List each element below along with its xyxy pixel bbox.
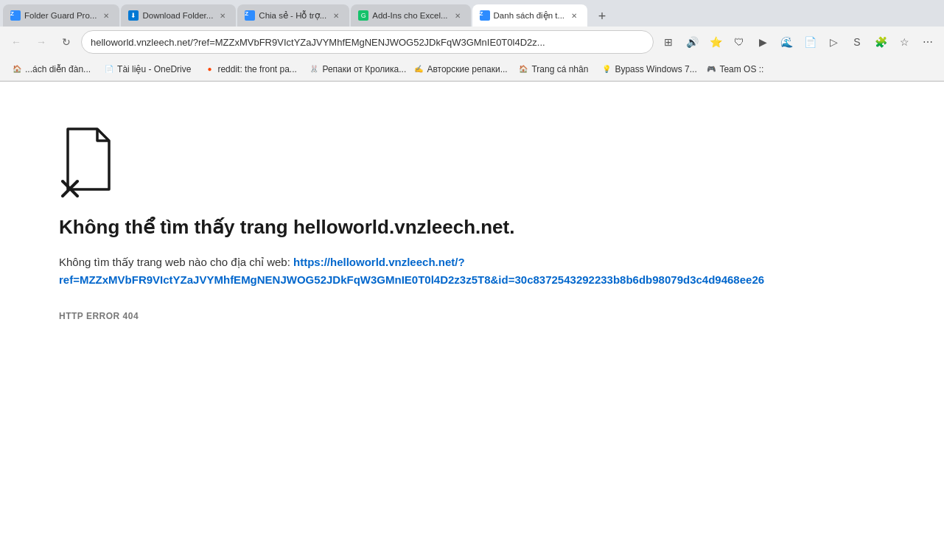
favorites-icon[interactable]: ⭐ <box>705 32 726 52</box>
tab-favicon-2: ⬇ <box>128 10 139 21</box>
shield-icon[interactable]: 🛡 <box>729 32 749 52</box>
tab-danh-sach[interactable]: Z Danh sách điện t... ✕ <box>472 4 588 27</box>
video-icon[interactable]: ▶ <box>752 32 773 52</box>
bookmark-favicon-3: ● <box>204 64 214 74</box>
bookmark-label-8: Team OS :: <box>719 64 763 74</box>
edge-icon[interactable]: 🌊 <box>776 32 797 52</box>
back-button[interactable]: ← <box>6 32 27 52</box>
tab-close-5[interactable]: ✕ <box>568 10 580 21</box>
refresh-button[interactable]: ↻ <box>56 32 77 52</box>
tab-download-folder[interactable]: ⬇ Download Folder... ✕ <box>121 4 236 27</box>
bookmark-label-2: Tài liệu - OneDrive <box>117 64 191 74</box>
pdf-icon[interactable]: 📄 <box>800 32 820 52</box>
bookmark-favicon-1: 🏠 <box>12 64 22 74</box>
error-title: Không thể tìm thấy trang helloworld.vnzl… <box>59 216 885 239</box>
bookmark-bypass-windows[interactable]: 💡 Bypass Windows 7... <box>595 62 699 77</box>
tab-add-ins[interactable]: G Add-Ins cho Excel... ✕ <box>351 4 470 27</box>
address-bar[interactable]: helloworld.vnzleech.net/?ref=MZZxMVbFR9V… <box>81 30 654 54</box>
play-icon[interactable]: ▷ <box>823 32 844 52</box>
tab-close-1[interactable]: ✕ <box>100 10 112 21</box>
bookmark-reddit[interactable]: ● reddit: the front pa... <box>198 62 301 77</box>
address-bar-row: ← → ↻ helloworld.vnzleech.net/?ref=MZZxM… <box>0 27 944 57</box>
tab-favicon-1: Z <box>10 10 21 21</box>
bookmark-onedrive[interactable]: 📄 Tài liệu - OneDrive <box>98 62 197 77</box>
bookmark-label-7: Bypass Windows 7... <box>615 64 696 74</box>
favorites-star-icon[interactable]: ☆ <box>894 32 915 52</box>
tab-chia-se[interactable]: Z Chia sẻ - Hỗ trợ... ✕ <box>237 4 349 27</box>
tab-close-2[interactable]: ✕ <box>217 10 228 21</box>
bookmarks-bar: 🏠 ...ách diễn đàn... 📄 Tài liệu - OneDri… <box>0 57 944 81</box>
bookmark-repack-krolik[interactable]: 🐰 Репаки от Кролика... <box>303 62 406 77</box>
forward-button[interactable]: → <box>31 32 52 52</box>
bookmark-trang-ca-nhan[interactable]: 🏠 Trang cá nhân <box>512 62 594 77</box>
skype-icon[interactable]: S <box>847 32 867 52</box>
tab-title-2: Download Folder... <box>142 11 213 20</box>
tab-favicon-3: Z <box>245 10 255 21</box>
bookmark-favicon-2: 📄 <box>104 64 114 74</box>
extensions-icon[interactable]: 🧩 <box>870 32 891 52</box>
tab-bar: Z Folder Guard Pro... ✕ ⬇ Download Folde… <box>0 0 944 27</box>
browser-chrome: Z Folder Guard Pro... ✕ ⬇ Download Folde… <box>0 0 944 82</box>
bookmark-favicon-4: 🐰 <box>309 64 319 74</box>
tab-close-4[interactable]: ✕ <box>452 10 464 21</box>
bookmark-team-os[interactable]: 🎮 Team OS :: <box>700 62 769 77</box>
tab-title-3: Chia sẻ - Hỗ trợ... <box>259 10 326 21</box>
tab-title-4: Add-Ins cho Excel... <box>372 11 447 20</box>
tab-favicon-5: Z <box>480 10 490 21</box>
page-content: Không thể tìm thấy trang helloworld.vnzl… <box>0 82 944 524</box>
bookmark-label-3: reddit: the front pa... <box>217 64 296 74</box>
address-bar-text: helloworld.vnzleech.net/?ref=MZZxMVbFR9V… <box>91 37 545 48</box>
toolbar-icons: ⊞ 🔊 ⭐ 🛡 ▶ 🌊 📄 ▷ S 🧩 ☆ ⋯ <box>658 32 938 52</box>
tab-title-1: Folder Guard Pro... <box>24 11 97 20</box>
bookmark-label-6: Trang cá nhân <box>531 64 588 74</box>
menu-button[interactable]: ⋯ <box>917 32 938 52</box>
error-body-text: Không tìm thấy trang web nào cho địa chỉ… <box>59 256 290 268</box>
bookmark-favicon-5: ✍ <box>413 64 424 74</box>
new-tab-button[interactable]: + <box>592 6 612 27</box>
tab-close-3[interactable]: ✕ <box>330 10 342 21</box>
error-icon <box>59 126 118 192</box>
tab-folder-guard[interactable]: Z Folder Guard Pro... ✕ <box>3 4 119 27</box>
bookmark-dien-dan[interactable]: 🏠 ...ách diễn đàn... <box>6 62 97 77</box>
bookmark-label-4: Репаки от Кролика... <box>322 64 406 74</box>
bookmark-label-1: ...ách diễn đàn... <box>25 64 91 74</box>
bookmark-autorskie[interactable]: ✍ Авторские репаки... <box>408 62 511 77</box>
error-code: HTTP ERROR 404 <box>59 311 885 321</box>
read-aloud-icon[interactable]: 🔊 <box>682 32 702 52</box>
bookmark-favicon-6: 🏠 <box>518 64 528 74</box>
grid-icon[interactable]: ⊞ <box>658 32 679 52</box>
bookmark-favicon-7: 💡 <box>601 64 612 74</box>
bookmark-label-5: Авторские репаки... <box>427 64 507 74</box>
tab-favicon-4: G <box>358 10 368 21</box>
bookmark-favicon-8: 🎮 <box>706 64 716 74</box>
error-body: Không tìm thấy trang web nào cho địa chỉ… <box>59 253 560 289</box>
tab-title-5: Danh sách điện t... <box>494 10 565 21</box>
